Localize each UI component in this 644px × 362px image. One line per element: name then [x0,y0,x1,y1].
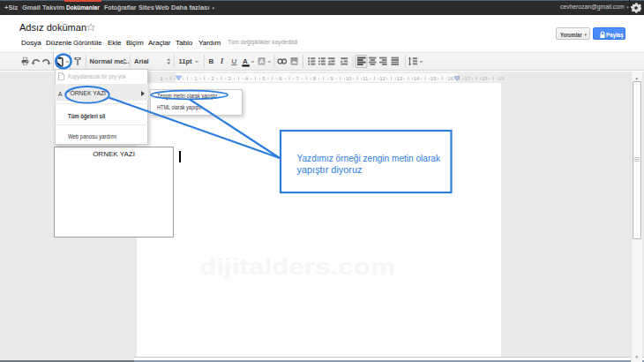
svg-text:14: 14 [414,76,420,81]
svg-text:12: 12 [379,76,386,81]
svg-text:18: 18 [482,76,488,81]
svg-text:13: 13 [396,76,402,81]
svg-text:Normal me...: Normal me... [90,57,130,65]
svg-text:10: 10 [346,76,352,81]
svg-text:19: 19 [498,76,505,81]
svg-text:U: U [232,57,237,65]
svg-text:1: 1 [161,76,164,81]
svg-text:11: 11 [363,76,369,81]
svg-text:Arial: Arial [134,57,149,65]
svg-text:A: A [243,57,248,65]
svg-text:17: 17 [464,76,470,81]
svg-text:I: I [220,57,224,65]
svg-text:A: A [259,58,264,64]
svg-text:B: B [209,57,214,65]
svg-text:16: 16 [447,76,453,81]
svg-text:15: 15 [431,76,437,81]
svg-text:dijitalders.com: dijitalders.com [199,254,395,279]
svg-text:11pt: 11pt [179,57,193,65]
